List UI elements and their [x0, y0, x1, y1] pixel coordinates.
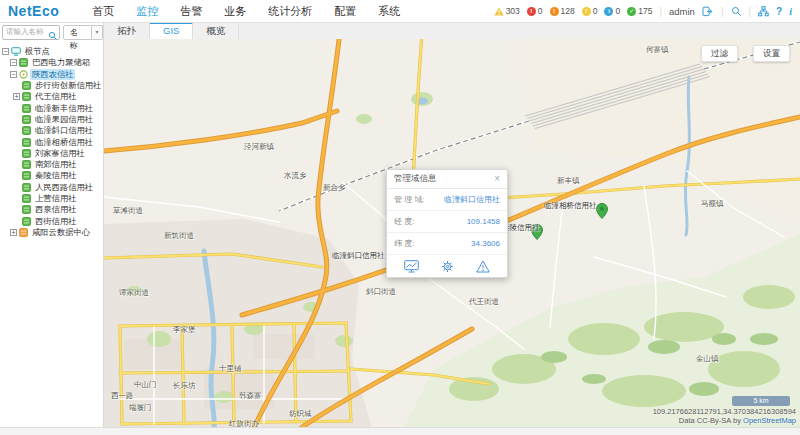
- green-icon: [22, 92, 31, 101]
- alarm-badge-minor[interactable]: !0: [582, 2, 598, 20]
- marker-label: 临潼相桥信用社: [544, 201, 597, 211]
- main-area: 拓扑GIS概览: [104, 22, 800, 428]
- tree-item-0[interactable]: −根节点: [0, 46, 103, 57]
- popup-row-value[interactable]: 109.1458: [467, 217, 500, 226]
- nav-item-config[interactable]: 配置: [323, 1, 367, 22]
- popup-rows: 管 理 域:临潼斜口信用社经 度:109.1458纬 度:34.3606: [387, 189, 507, 255]
- tree-expander-icon[interactable]: −: [2, 48, 9, 55]
- tree-item-9[interactable]: 刘家寨信用社: [0, 148, 103, 159]
- horizontal-scrollbar[interactable]: [0, 427, 800, 435]
- chevron-down-icon[interactable]: ▾: [92, 25, 103, 40]
- openstreetmap-link[interactable]: OpenStreetMap: [743, 416, 796, 425]
- sidebar: 名称 ▾ −根节点−巴西电力聚储箱−陕西农信社步行街创新信用社+代王信用社临潼新…: [0, 22, 104, 428]
- tree-search-input[interactable]: [4, 26, 50, 37]
- tree-item-label: 步行街创新信用社: [33, 80, 103, 91]
- tree-item-1[interactable]: −巴西电力聚储箱: [0, 57, 103, 68]
- map-place-label: 十里铺: [219, 364, 242, 374]
- alarm-count: 0: [593, 6, 598, 16]
- map-place-label: 纺织城: [289, 409, 312, 419]
- search-icon[interactable]: [731, 6, 742, 17]
- popup-row-label: 经 度:: [394, 216, 414, 227]
- tree-expander-icon[interactable]: +: [13, 93, 20, 100]
- tree-item-3[interactable]: 步行街创新信用社: [0, 80, 103, 91]
- popup-row-value[interactable]: 临潼斜口信用社: [444, 194, 500, 205]
- divider: |: [721, 6, 724, 17]
- alarm-badge-prompt[interactable]: i0: [604, 2, 620, 20]
- map-filter-button[interactable]: 过滤: [701, 45, 738, 62]
- alarm-count: 0: [538, 6, 543, 16]
- alarm-badges: 303!0!128!0i0✓175: [494, 2, 653, 20]
- map-place-label: 何寨镇: [646, 45, 669, 55]
- filter-by-name-button[interactable]: 名称: [63, 25, 93, 40]
- marker-pin-icon[interactable]: [596, 203, 608, 219]
- map-scale-bar: 5 km: [732, 396, 790, 406]
- map-settings-button[interactable]: 设置: [753, 45, 790, 62]
- nav-item-system[interactable]: 系统: [367, 1, 411, 22]
- tree-item-13[interactable]: 上营信用社: [0, 193, 103, 204]
- tree-search-row: 名称 ▾: [0, 22, 103, 42]
- tree-item-11[interactable]: 秦陵信用社: [0, 170, 103, 181]
- logout-icon[interactable]: [702, 6, 714, 17]
- topology-icon[interactable]: [758, 6, 769, 17]
- nav-item-statistics[interactable]: 统计分析: [257, 1, 323, 22]
- tab-topology[interactable]: 拓扑: [104, 22, 150, 39]
- nav-item-monitoring[interactable]: 监控: [125, 1, 169, 22]
- alarm-count: 0: [615, 6, 620, 16]
- tree-item-12[interactable]: 人民西路信用社: [0, 182, 103, 193]
- tree-item-label: 西泉信用社: [33, 204, 78, 215]
- green-icon: [22, 149, 31, 158]
- search-box: [2, 25, 60, 40]
- search-icon[interactable]: [48, 27, 58, 45]
- popup-row: 经 度:109.1458: [387, 211, 507, 233]
- alarm-icon[interactable]: [476, 260, 490, 273]
- attribution-text: Data CC-By-SA by: [679, 416, 743, 425]
- green-icon: [22, 217, 31, 226]
- tab-overview[interactable]: 概览: [193, 22, 239, 39]
- help-icon[interactable]: ?: [776, 6, 782, 17]
- green-icon: [22, 194, 31, 203]
- topbar-right: 303!0!128!0i0✓175 | admin | | ? i: [494, 2, 792, 20]
- alarm-circle-icon: !: [527, 7, 536, 16]
- tree-item-label: 临潼新丰信用社: [33, 103, 95, 114]
- tree-expander-icon[interactable]: −: [10, 59, 17, 66]
- map-place-label: 新筑街道: [164, 231, 194, 241]
- green-icon: [22, 205, 31, 214]
- tree-item-7[interactable]: 临潼斜口信用社: [0, 125, 103, 136]
- tree-item-16[interactable]: +咸阳云数据中心: [0, 227, 103, 238]
- tab-gis[interactable]: GIS: [150, 22, 193, 39]
- tree-item-6[interactable]: 临潼果园信用社: [0, 114, 103, 125]
- map-place-label: 谭家街道: [119, 288, 149, 298]
- nav-item-alarm[interactable]: 告警: [169, 1, 213, 22]
- alarm-circle-icon: !: [550, 7, 559, 16]
- tree-item-14[interactable]: 西泉信用社: [0, 204, 103, 215]
- gis-map[interactable]: 泾河新镇水流乡新合乡草滩街道新筑街道谭家街道李家堡十里铺中山门长乐坊西一路端履门…: [104, 39, 800, 428]
- tree-item-2[interactable]: −陕西农信社: [0, 69, 103, 80]
- nav-item-home[interactable]: 首页: [81, 1, 125, 22]
- performance-icon[interactable]: [404, 260, 419, 273]
- settings-icon[interactable]: [441, 260, 454, 273]
- close-icon[interactable]: ×: [494, 174, 500, 184]
- tree-item-label: 刘家寨信用社: [33, 148, 87, 159]
- alarm-badge-warning-total[interactable]: 303: [494, 2, 520, 20]
- main-nav: 首页监控告警业务统计分析配置系统: [81, 1, 411, 22]
- tree-item-5[interactable]: 临潼新丰信用社: [0, 102, 103, 113]
- map-attribution: Data CC-By-SA by OpenStreetMap: [679, 416, 796, 425]
- popup-row-value[interactable]: 34.3606: [471, 239, 500, 248]
- info-icon[interactable]: i: [789, 6, 792, 17]
- cursor-coordinates: 109.2176628112791,34.370384216308594: [653, 407, 796, 416]
- map-place-label: 斜口街道: [366, 287, 396, 297]
- tree-item-10[interactable]: 南郊信用社: [0, 159, 103, 170]
- top-bar: NetEco 首页监控告警业务统计分析配置系统 303!0!128!0i0✓17…: [0, 0, 800, 23]
- orange-icon: [19, 228, 28, 237]
- alarm-badge-critical[interactable]: !0: [527, 2, 543, 20]
- ring-icon: [19, 70, 28, 79]
- alarm-badge-normal[interactable]: ✓175: [627, 2, 652, 20]
- tree-expander-icon[interactable]: −: [10, 71, 17, 78]
- nav-item-service[interactable]: 业务: [213, 1, 257, 22]
- tree-expander-icon[interactable]: +: [10, 229, 17, 236]
- alarm-badge-major[interactable]: !128: [550, 2, 575, 20]
- tree-item-4[interactable]: +代王信用社: [0, 91, 103, 102]
- tree-item-8[interactable]: 临潼相桥信用社: [0, 136, 103, 147]
- current-user[interactable]: admin: [669, 6, 695, 17]
- tree-item-15[interactable]: 西街信用社: [0, 215, 103, 226]
